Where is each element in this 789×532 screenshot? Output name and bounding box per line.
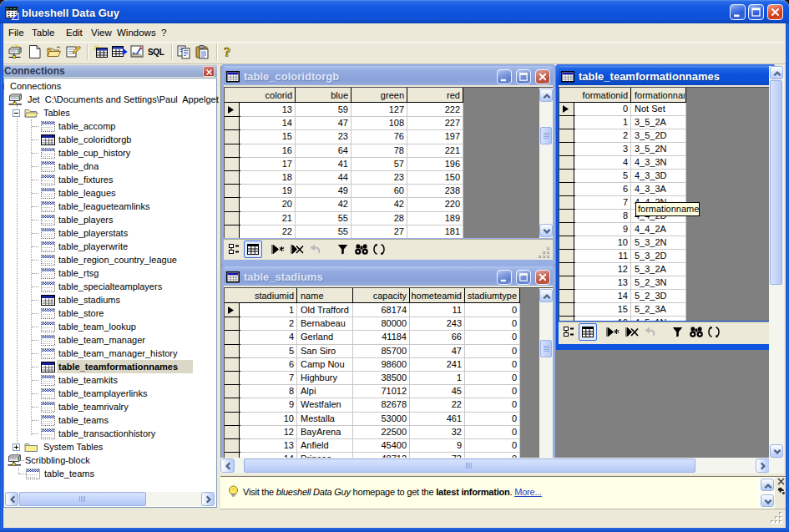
svg-text:?: ?: [224, 45, 231, 59]
